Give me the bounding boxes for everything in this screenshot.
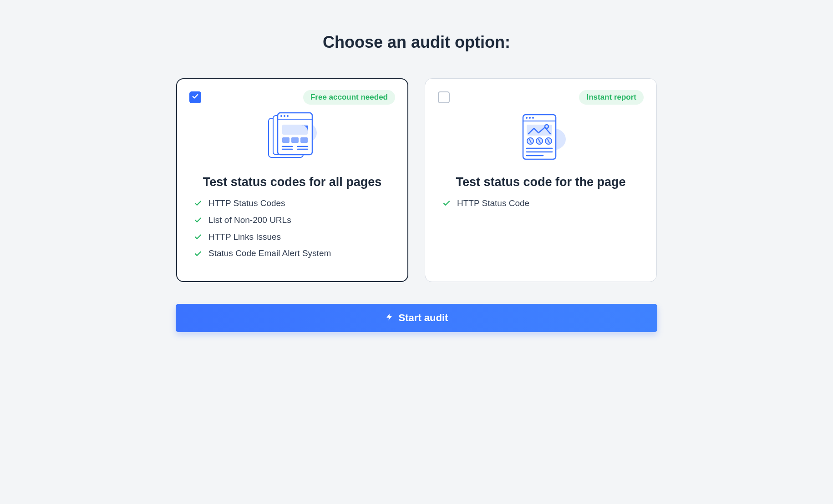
options-row: Free account needed	[89, 78, 744, 282]
option-title: Test status codes for all pages	[189, 175, 395, 189]
svg-point-6	[284, 115, 285, 117]
pages-stack-icon	[260, 112, 324, 168]
svg-point-5	[280, 115, 282, 117]
svg-rect-11	[300, 137, 308, 143]
option-checkbox[interactable]	[438, 91, 450, 103]
feature-item: HTTP Status Code	[442, 198, 641, 209]
feature-label: HTTP Status Codes	[208, 198, 285, 209]
feature-label: HTTP Links Issues	[208, 232, 281, 242]
option-checkbox[interactable]	[189, 91, 201, 103]
feature-list: HTTP Status Code	[438, 198, 644, 209]
option-illustration	[189, 111, 395, 170]
option-badge: Free account needed	[303, 90, 395, 105]
check-icon	[194, 250, 202, 258]
feature-label: HTTP Status Code	[457, 198, 529, 209]
option-card-single-page[interactable]: Instant report	[425, 78, 657, 282]
card-header: Instant report	[438, 91, 644, 104]
svg-rect-9	[282, 137, 290, 143]
feature-item: HTTP Status Codes	[194, 198, 392, 209]
page-title: Choose an audit option:	[89, 33, 744, 52]
check-icon	[194, 216, 202, 224]
audit-option-page: Choose an audit option: Free account nee…	[89, 0, 744, 332]
check-icon	[194, 233, 202, 241]
svg-point-21	[532, 117, 534, 119]
card-header: Free account needed	[189, 91, 395, 104]
svg-point-7	[287, 115, 289, 117]
option-illustration	[438, 111, 644, 170]
start-audit-button[interactable]: Start audit	[176, 304, 657, 332]
feature-label: Status Code Email Alert System	[208, 248, 331, 259]
check-icon	[442, 199, 451, 207]
start-audit-label: Start audit	[399, 312, 448, 324]
svg-point-19	[526, 117, 528, 119]
checkmark-icon	[192, 93, 199, 102]
single-page-icon	[511, 112, 570, 168]
svg-rect-8	[282, 125, 308, 135]
svg-point-20	[529, 117, 531, 119]
svg-rect-10	[291, 137, 299, 143]
feature-item: List of Non-200 URLs	[194, 215, 392, 226]
feature-label: List of Non-200 URLs	[208, 215, 291, 226]
feature-item: Status Code Email Alert System	[194, 248, 392, 259]
feature-list: HTTP Status Codes List of Non-200 URLs H…	[189, 198, 395, 259]
option-title: Test status code for the page	[438, 175, 644, 189]
lightning-icon	[385, 312, 393, 324]
feature-item: HTTP Links Issues	[194, 232, 392, 242]
option-badge: Instant report	[579, 90, 644, 105]
check-icon	[194, 199, 202, 207]
option-card-all-pages[interactable]: Free account needed	[176, 78, 408, 282]
